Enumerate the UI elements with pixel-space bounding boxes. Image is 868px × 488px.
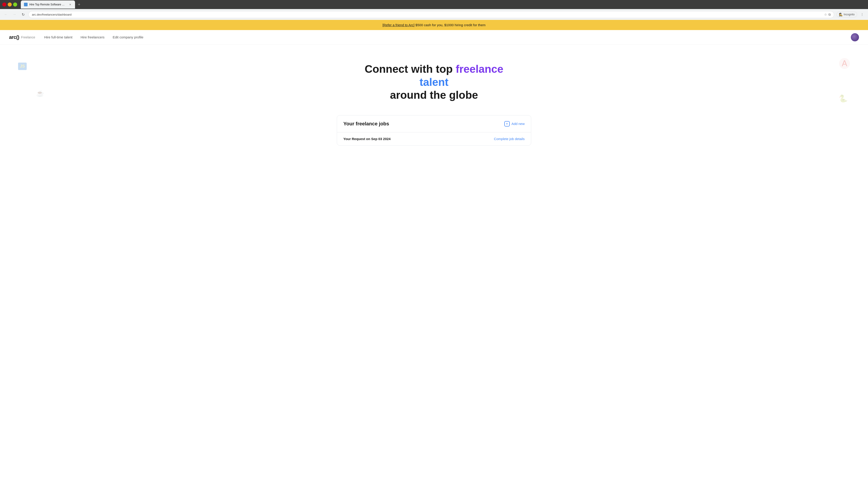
nav-hire-fulltime[interactable]: Hire full-time talent [44, 34, 72, 40]
browser-action-icons: 🕵 Incognito ⋮ [836, 11, 865, 18]
forward-button[interactable]: → [11, 11, 18, 18]
active-tab[interactable]: Hire Top Remote Software Dev... ✕ [21, 0, 75, 8]
job-name: Your Request on Sep 03 2024 [343, 137, 391, 141]
hero-title-freelance: freelance [456, 63, 503, 75]
jobs-card: Your freelance jobs + Add new Your Reque… [337, 115, 531, 145]
logo[interactable]: arc() [9, 34, 19, 40]
nav-links: Hire full-time talent Hire freelancers E… [44, 34, 851, 40]
user-avatar[interactable] [851, 33, 859, 41]
banner-text: $500 cash for you, $1000 hiring credit f… [414, 23, 486, 27]
title-bar: ✕ − □ Hire Top Remote Software Dev... ✕ … [0, 0, 868, 9]
hero-title: Connect with top freelance talent around… [355, 63, 513, 102]
complete-job-link[interactable]: Complete job details [494, 137, 525, 141]
address-bar[interactable]: arc.dev/freelancers/dashboard ☆ ⧉ [29, 11, 834, 18]
incognito-label: Incognito [844, 13, 855, 16]
java-icon: ☕ [36, 90, 44, 97]
table-row: Your Request on Sep 03 2024 Complete job… [337, 132, 531, 145]
tab-label: Hire Top Remote Software Dev... [29, 3, 66, 6]
hero-title-part2: around the globe [390, 89, 478, 101]
back-button[interactable]: ← [3, 11, 9, 18]
nav-edit-company-profile[interactable]: Edit company profile [113, 34, 143, 40]
jobs-header: Your freelance jobs + Add new [337, 116, 531, 132]
tab-bar: Hire Top Remote Software Dev... ✕ + [21, 0, 866, 8]
incognito-badge[interactable]: 🕵 Incognito [836, 11, 857, 18]
add-new-label: Add new [512, 122, 525, 126]
bookmark-icon[interactable]: ☆ [824, 13, 827, 16]
incognito-icon: 🕵 [839, 13, 843, 16]
extensions-icon[interactable]: ⧉ [829, 13, 831, 17]
page-content: [Refer a friend to Arc] $500 cash for yo… [0, 20, 868, 159]
reload-button[interactable]: ↻ [20, 11, 26, 18]
avatar-image [851, 33, 859, 41]
angular-icon: A [839, 58, 850, 69]
logo-subtitle: Freelance [21, 35, 35, 39]
add-new-icon: + [504, 121, 510, 127]
nav-hire-freelancers[interactable]: Hire freelancers [81, 34, 105, 40]
hero-title-talent: talent [420, 76, 448, 88]
add-new-button[interactable]: + Add new [504, 121, 525, 127]
maximize-window-button[interactable]: □ [13, 2, 17, 6]
more-options-button[interactable]: ⋮ [859, 11, 865, 18]
tab-favicon-icon [24, 3, 28, 6]
jobs-section: Your freelance jobs + Add new Your Reque… [332, 115, 536, 159]
js-icon: JS [18, 63, 27, 70]
minimize-window-button[interactable]: − [8, 2, 12, 6]
close-window-button[interactable]: ✕ [2, 2, 6, 6]
url-display: arc.dev/freelancers/dashboard [32, 13, 822, 16]
tab-close-button[interactable]: ✕ [68, 3, 72, 6]
new-tab-button[interactable]: + [76, 1, 82, 8]
referral-link[interactable]: [Refer a friend to Arc] [382, 23, 414, 27]
site-nav: arc() Freelance Hire full-time talent Hi… [0, 30, 868, 44]
window-controls: ✕ − □ [2, 2, 17, 6]
promo-banner: [Refer a friend to Arc] $500 cash for yo… [0, 20, 868, 30]
address-bar-row: ← → ↻ arc.dev/freelancers/dashboard ☆ ⧉ … [0, 9, 868, 20]
jobs-section-title: Your freelance jobs [343, 121, 389, 127]
browser-chrome: ✕ − □ Hire Top Remote Software Dev... ✕ … [0, 0, 868, 20]
python-icon: 🐍 [839, 94, 848, 103]
address-bar-icons: ☆ ⧉ [824, 13, 831, 17]
logo-area: arc() Freelance [9, 34, 35, 40]
hero-section: JS A ☕ 🐍 Connect with top freelance tale… [0, 44, 868, 115]
hero-title-part1: Connect with top [365, 63, 456, 75]
